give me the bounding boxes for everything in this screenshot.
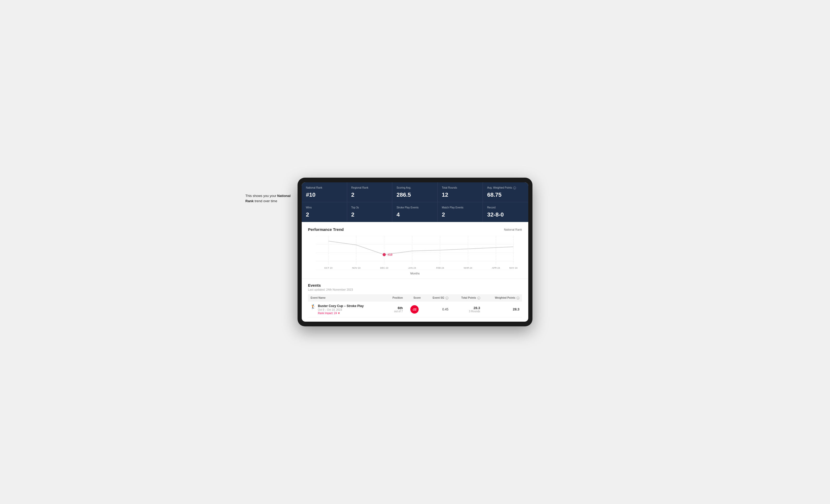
event-sg-value: 0.45 [442, 308, 448, 311]
events-title: Events [308, 283, 522, 288]
table-row: 🏌️ Buster Cozy Cup – Stroke Play Oct 9 –… [308, 302, 522, 317]
stat-stroke-play-label: Stroke Play Events [396, 206, 433, 209]
stat-scoring-avg-value: 286.5 [396, 192, 433, 198]
performance-trend-header: Performance Trend National Rank [308, 227, 522, 232]
events-section: Events Last updated: 24th November 2023 … [302, 279, 528, 322]
stat-avg-weighted-value: 68.75 [487, 192, 524, 198]
col-event-sg: Event SG i [423, 294, 451, 302]
total-points-rounds: 3 Rounds [454, 310, 480, 313]
position-value: 6th [388, 306, 403, 310]
tablet-frame: National Rank #10 Regional Rank 2 Scorin… [297, 178, 533, 326]
svg-text:APR 24: APR 24 [492, 267, 500, 269]
events-table: Event Name Position Score Event SG [308, 294, 522, 317]
stats-row-1: National Rank #10 Regional Rank 2 Scorin… [302, 182, 528, 202]
stat-match-play-label: Match Play Events [442, 206, 479, 209]
rank-impact: Rank Impact: 24 ▼ [318, 312, 363, 314]
stat-record-label: Record [487, 206, 524, 209]
chart-svg: #10 OCT 23 NOV 23 DEC 23 JAN 24 FEB 24 M… [308, 236, 522, 270]
col-event-name: Event Name [308, 294, 385, 302]
stat-regional-rank: Regional Rank 2 [347, 182, 392, 202]
position-sub: out of 7 [388, 310, 403, 313]
event-position-cell: 6th out of 7 [385, 302, 405, 317]
stat-total-rounds-label: Total Rounds [442, 186, 479, 190]
col-total-points: Total Points i [451, 294, 483, 302]
stat-match-play-value: 2 [442, 211, 479, 218]
weighted-points-cell: 28.3 [483, 302, 522, 317]
stat-scoring-avg-label: Scoring Avg. [396, 186, 433, 190]
stat-total-rounds-value: 12 [442, 192, 479, 198]
stat-total-rounds: Total Rounds 12 [438, 182, 483, 202]
events-last-updated: Last updated: 24th November 2023 [308, 288, 522, 291]
tablet-screen: National Rank #10 Regional Rank 2 Scorin… [302, 182, 528, 322]
stat-stroke-play: Stroke Play Events 4 [392, 202, 438, 222]
svg-text:DEC 23: DEC 23 [380, 267, 388, 269]
col-position: Position [385, 294, 405, 302]
stat-top3s-value: 2 [351, 211, 388, 218]
stat-national-rank: National Rank #10 [302, 182, 347, 202]
total-points-info-icon: i [477, 297, 480, 300]
avg-weighted-info-icon: i [513, 187, 516, 190]
svg-text:MAY 24: MAY 24 [509, 267, 517, 269]
weighted-points-info-icon: i [516, 297, 519, 300]
event-sg-cell: 0.45 [423, 302, 451, 317]
performance-chart: #10 OCT 23 NOV 23 DEC 23 JAN 24 FEB 24 M… [308, 236, 522, 270]
stat-scoring-avg: Scoring Avg. 286.5 [392, 182, 438, 202]
stat-record-value: 32-8-0 [487, 211, 524, 218]
events-table-body: 🏌️ Buster Cozy Cup – Stroke Play Oct 9 –… [308, 302, 522, 317]
score-badge: -22 [410, 305, 419, 313]
months-label: Months [308, 272, 522, 275]
stat-regional-rank-label: Regional Rank [351, 186, 388, 190]
col-weighted-points: Weighted Points i [483, 294, 522, 302]
event-date: Oct 9 – Oct 10, 2023 [318, 308, 363, 311]
chevron-down-icon: ▼ [338, 312, 340, 314]
content-area: National Rank #10 Regional Rank 2 Scorin… [302, 182, 528, 322]
event-score-cell: -22 [405, 302, 423, 317]
performance-trend-section: Performance Trend National Rank [302, 222, 528, 279]
stat-avg-weighted: Avg. Weighted Points i 68.75 [483, 182, 528, 202]
stat-wins-value: 2 [306, 211, 343, 218]
event-icon: 🏌️ [311, 304, 316, 309]
stats-row-2: Wins 2 Top 3s 2 Stroke Play Events 4 Mat… [302, 202, 528, 222]
stat-stroke-play-value: 4 [396, 211, 433, 218]
annotation-text: This shows you your National Rank trend … [245, 193, 295, 203]
weighted-points-value: 28.3 [513, 307, 519, 311]
chart-rank-label: #10 [388, 253, 392, 256]
stat-record: Record 32-8-0 [483, 202, 528, 222]
stat-national-rank-label: National Rank [306, 186, 343, 190]
col-score: Score [405, 294, 423, 302]
performance-trend-legend: National Rank [504, 228, 522, 231]
chart-point-dec23 [383, 253, 386, 256]
event-name: Buster Cozy Cup – Stroke Play [318, 304, 363, 308]
event-info-cell: 🏌️ Buster Cozy Cup – Stroke Play Oct 9 –… [308, 302, 385, 317]
stat-wins-label: Wins [306, 206, 343, 209]
stat-wins: Wins 2 [302, 202, 347, 222]
performance-trend-title: Performance Trend [308, 227, 344, 232]
stat-avg-weighted-label: Avg. Weighted Points i [487, 186, 524, 190]
svg-text:FEB 24: FEB 24 [436, 267, 444, 269]
stat-match-play: Match Play Events 2 [438, 202, 483, 222]
stat-top3s: Top 3s 2 [347, 202, 392, 222]
svg-text:NOV 23: NOV 23 [352, 267, 360, 269]
svg-text:MAR 24: MAR 24 [464, 267, 472, 269]
svg-text:OCT 23: OCT 23 [324, 267, 332, 269]
stat-top3s-label: Top 3s [351, 206, 388, 209]
svg-text:JAN 24: JAN 24 [408, 267, 416, 269]
stat-regional-rank-value: 2 [351, 192, 388, 198]
total-points-cell: 28.3 3 Rounds [451, 302, 483, 317]
event-sg-info-icon: i [446, 297, 448, 300]
stat-national-rank-value: #10 [306, 192, 343, 198]
total-points-value: 28.3 [454, 306, 480, 310]
events-table-header: Event Name Position Score Event SG [308, 294, 522, 302]
